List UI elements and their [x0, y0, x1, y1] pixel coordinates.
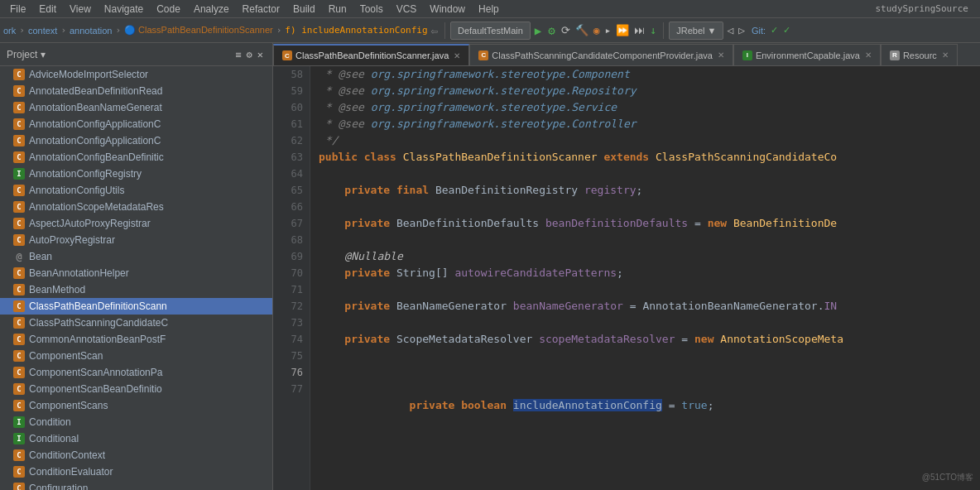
sidebar-item-classpathscanning[interactable]: C ClassPathScanningCandidateC [0, 315, 272, 331]
sidebar-item-annotationbeanname[interactable]: C AnnotationBeanNameGenerat [0, 99, 272, 116]
main-layout: Project ▾ ≡ ⚙ ✕ C AdviceModeImportSelect… [0, 43, 980, 490]
sidebar-item-annotatedbean[interactable]: C AnnotatedBeanDefinitionRead [0, 83, 272, 99]
sidebar-list: C AdviceModeImportSelector C AnnotatedBe… [0, 66, 272, 490]
code-content[interactable]: * @see org.springframework.stereotype.Co… [310, 66, 980, 490]
breadcrumb-ork[interactable]: ork [3, 26, 16, 36]
sidebar-item-configuration[interactable]: C Configuration [0, 480, 272, 490]
menu-tools[interactable]: Tools [353, 3, 390, 15]
tab-classpathscanning[interactable]: C ClassPathScanningCandidateComponentPro… [469, 44, 733, 65]
line-num-75: 75 [273, 348, 310, 364]
sidebar-item-componentscannot[interactable]: C ComponentScanAnnotationPa [0, 364, 272, 381]
sidebar-item-componentscans[interactable]: C ComponentScans [0, 397, 272, 414]
sidebar-item-annotationconfigutils[interactable]: C AnnotationConfigUtils [0, 182, 272, 199]
toolbar-icon-7[interactable]: ↓ [648, 24, 658, 36]
code-line-63: public class ClassPathBeanDefinitionScan… [310, 149, 980, 166]
tab-close-2[interactable]: ✕ [718, 50, 724, 60]
sidebar-item-annotationconfigreg[interactable]: I AnnotationConfigRegistry [0, 166, 272, 182]
tab-enviromentcapable[interactable]: I EnvironmentCapable.java ✕ [733, 44, 881, 65]
sidebar-icon-settings[interactable]: ≡ [233, 49, 243, 60]
line-num-65: 65 [273, 182, 310, 199]
toolbar-icon-9[interactable]: ▷ [737, 24, 747, 36]
toolbar-icon-5[interactable]: ⏩ [614, 24, 631, 36]
toolbar-icon-4[interactable]: ▸ [603, 24, 613, 36]
sidebar-item-componentscan[interactable]: C ComponentScan [0, 348, 272, 364]
breadcrumb-annotation[interactable]: annotation [70, 26, 112, 36]
sidebar-item-autoproxy[interactable]: C AutoProxyRegistrar [0, 232, 272, 248]
sidebar-item-advicemode[interactable]: C AdviceModeImportSelector [0, 66, 272, 83]
sidebar-item-annotationconfigapp2[interactable]: C AnnotationConfigApplicationC [0, 132, 272, 149]
brand-label: studySpringSource [875, 3, 968, 14]
git-tick[interactable]: ✓ [783, 25, 790, 36]
line-num-58: 58 [273, 66, 310, 83]
line-num-68: 68 [273, 232, 310, 248]
sidebar-item-conditional[interactable]: I Conditional [0, 430, 272, 447]
tab-close-3[interactable]: ✕ [865, 50, 872, 60]
toolbar-icon-3[interactable]: ◉ [592, 24, 602, 36]
toolbar-icon-1[interactable]: ⟳ [560, 24, 572, 36]
code-line-76: 💡 private boolean includeAnnotationConfi… [310, 364, 980, 381]
class-icon: C [13, 118, 25, 130]
debug-button[interactable]: ⚙ [545, 24, 557, 37]
breadcrumb-field[interactable]: f) includeAnnotationConfig [285, 25, 427, 36]
menu-view[interactable]: View [63, 3, 98, 15]
menu-navigate[interactable]: Navigate [98, 3, 150, 15]
sidebar: Project ▾ ≡ ⚙ ✕ C AdviceModeImportSelect… [0, 43, 273, 490]
line-num-77: 77 [273, 381, 310, 397]
sidebar-item-conditioneval[interactable]: C ConditionEvaluator [0, 464, 272, 480]
code-area[interactable]: 58 59 60 61 62 63 64 65 66 67 68 69 70 7… [273, 66, 980, 490]
run-config-button[interactable]: DefaultTestMain [450, 22, 531, 40]
tab-close-1[interactable]: ✕ [454, 51, 460, 60]
breadcrumb-context[interactable]: context [28, 26, 57, 36]
toolbar-icon-6[interactable]: ⏭ [632, 24, 646, 36]
menu-help[interactable]: Help [472, 3, 506, 15]
menu-vcs[interactable]: VCS [390, 3, 424, 15]
code-line-61: * @see org.springframework.stereotype.Co… [310, 116, 980, 132]
tab-label-4: Resourc [903, 50, 937, 60]
sidebar-item-annotationscopemeta[interactable]: C AnnotationScopeMetadataRes [0, 199, 272, 215]
sidebar-item-beanannot[interactable]: C BeanAnnotationHelper [0, 265, 272, 281]
menu-window[interactable]: Window [423, 3, 472, 15]
class-icon: C [13, 102, 25, 113]
toolbar-separator-2 [663, 22, 664, 39]
run-button[interactable]: ▶ [532, 24, 544, 37]
menu-edit[interactable]: Edit [32, 3, 63, 15]
tab-classpathbeanscan[interactable]: C ClassPathBeanDefinitionScanner.java ✕ [273, 44, 469, 65]
sidebar-item-conditioncontext[interactable]: C ConditionContext [0, 447, 272, 464]
sidebar-item-componentscanbean[interactable]: C ComponentScanBeanDefinitio [0, 381, 272, 397]
class-icon: C [13, 135, 25, 147]
menu-run[interactable]: Run [322, 3, 353, 15]
class-icon: C [13, 185, 25, 196]
sidebar-item-annotationconfigapp1[interactable]: C AnnotationConfigApplicationC [0, 116, 272, 132]
tab-resource[interactable]: R Resourc ✕ [881, 44, 958, 65]
tab-label-3: EnvironmentCapable.java [756, 50, 860, 60]
class-icon: C [13, 284, 25, 295]
jrebel-button[interactable]: JRebel ▼ [669, 22, 723, 40]
sidebar-item-beanmethod[interactable]: C BeanMethod [0, 281, 272, 298]
code-line-75 [310, 348, 980, 364]
code-line-67: private BeanDefinitionDefaults beanDefin… [310, 215, 980, 232]
sidebar-item-aspectj[interactable]: C AspectJAutoProxyRegistrar [0, 215, 272, 232]
toolbar-icon-2[interactable]: 🔨 [574, 24, 590, 36]
breadcrumb-class[interactable]: 🔵 ClassPathBeanDefinitionScanner [124, 25, 273, 36]
toolbar-icon-8[interactable]: ◁ [725, 24, 735, 36]
sidebar-header: Project ▾ ≡ ⚙ ✕ [0, 43, 272, 66]
sidebar-icon-gear[interactable]: ⚙ [244, 49, 255, 60]
menu-code[interactable]: Code [150, 3, 187, 15]
class-icon: C [13, 234, 25, 246]
menu-build[interactable]: Build [286, 3, 322, 15]
breadcrumb-sep2: › [60, 25, 66, 36]
menu-analyze[interactable]: Analyze [187, 3, 236, 15]
sidebar-item-annotationconfigbean[interactable]: C AnnotationConfigBeanDefinitic [0, 149, 272, 166]
git-check[interactable]: ✓ [771, 25, 778, 36]
tab-class-icon: C [478, 50, 488, 60]
menu-file[interactable]: File [3, 3, 32, 15]
menu-refactor[interactable]: Refactor [236, 3, 286, 15]
sidebar-item-condition[interactable]: I Condition [0, 414, 272, 430]
class-icon: C [13, 334, 25, 345]
sidebar-icon-close[interactable]: ✕ [255, 49, 266, 60]
sidebar-item-classpathbeanscan[interactable]: C ClassPathBeanDefinitionScann [0, 298, 272, 315]
line-num-69: 69 [273, 248, 310, 265]
tab-close-4[interactable]: ✕ [942, 50, 949, 60]
sidebar-item-bean[interactable]: @ Bean [0, 248, 272, 265]
sidebar-item-commonannot[interactable]: C CommonAnnotationBeanPostF [0, 331, 272, 348]
